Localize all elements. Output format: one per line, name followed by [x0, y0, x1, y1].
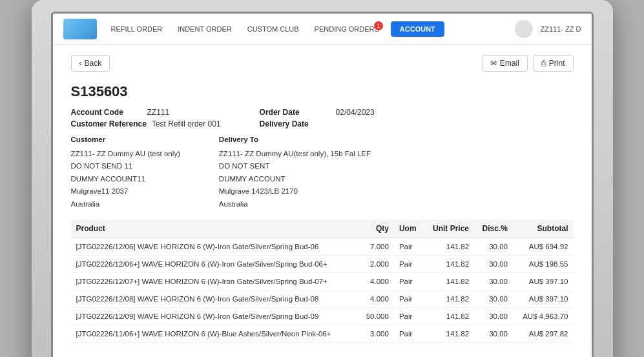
- cell-product: [JTG02226/12/06+] WAVE HORIZON 6 (W)-Iro…: [71, 256, 358, 273]
- nav-account-label: ZZ111- ZZ D: [541, 25, 581, 33]
- col-subtotal: Subtotal: [513, 219, 574, 238]
- cell-product: [JTG02226/12/07+] WAVE HORIZON 6 (W)-Iro…: [71, 273, 358, 291]
- meta-right: Order Date 02/04/2023 Delivery Date: [260, 108, 375, 128]
- nav-custom-club[interactable]: CUSTOM CLUB: [241, 25, 306, 33]
- col-disc: Disc.%: [474, 219, 513, 238]
- cell-qty: 2.000: [358, 256, 393, 273]
- cell-subtotal: AU$ 397.10: [513, 273, 574, 291]
- ship-line4: Mulgrave 1423/LB 2170: [219, 185, 371, 198]
- table-header-row: Product Qty Uom Unit Price Disc.% Subtot…: [71, 219, 574, 238]
- customer-ref-row: Customer Reference Test Refill order 001: [71, 119, 221, 128]
- delivery-date-label: Delivery Date: [260, 119, 331, 128]
- bill-line5: Australia: [71, 198, 180, 211]
- cell-qty: 3.000: [358, 325, 393, 343]
- cell-subtotal: AU$ 397.10: [513, 291, 574, 308]
- customer-section: Customer ZZ111- ZZ Dummy AU (test only) …: [71, 134, 574, 210]
- order-date-label: Order Date: [260, 108, 331, 117]
- laptop-frame: REFILL ORDER INDENT ORDER CUSTOM CLUB PE…: [32, 0, 613, 357]
- cell-qty: 4.000: [358, 291, 393, 308]
- bill-line3: DUMMY ACCOUNT11: [71, 173, 180, 186]
- cell-uom: Pair: [394, 308, 424, 325]
- cell-uom: Pair: [394, 325, 424, 343]
- cell-disc: 30.00: [474, 308, 513, 325]
- shipping-address: Delivery To ZZ111- ZZ Dummy AU(test only…: [219, 134, 371, 210]
- col-product: Product: [71, 219, 358, 238]
- customer-ref-label: Customer Reference: [71, 119, 147, 128]
- cell-unit-price: 141.82: [424, 308, 474, 325]
- table-row: [JTG02226/12/09] WAVE HORIZON 6 (W)-Iron…: [71, 308, 574, 325]
- cell-disc: 30.00: [474, 256, 513, 273]
- nav-account-button[interactable]: ACCOUNT: [391, 21, 444, 37]
- order-id: S135603: [71, 83, 574, 100]
- col-qty: Qty: [358, 219, 393, 238]
- nav-pending-orders[interactable]: PENDING ORDERS 1: [308, 25, 386, 33]
- table-row: [JTG02226/11/06+] WAVE HORIZON 6 (W)-Blu…: [71, 325, 574, 343]
- cell-qty: 7.000: [358, 238, 393, 256]
- customer-label: Customer: [71, 134, 180, 147]
- action-bar: ‹ Back ✉ Email ⎙ Print: [71, 55, 574, 72]
- table-row: [JTG02226/12/06+] WAVE HORIZON 6 (W)-Iro…: [71, 256, 574, 273]
- cell-disc: 30.00: [474, 325, 513, 343]
- cell-subtotal: AU$ 198.55: [513, 256, 574, 273]
- print-button[interactable]: ⎙ Print: [533, 55, 574, 72]
- cell-qty: 4.000: [358, 273, 393, 291]
- top-nav: REFILL ORDER INDENT ORDER CUSTOM CLUB PE…: [53, 14, 592, 45]
- nav-logo: [63, 19, 97, 39]
- cell-qty: 50.000: [358, 308, 393, 325]
- cell-uom: Pair: [394, 273, 424, 291]
- laptop-screen: REFILL ORDER INDENT ORDER CUSTOM CLUB PE…: [51, 12, 594, 357]
- cell-product: [JTG02226/12/06] WAVE HORIZON 6 (W)-Iron…: [71, 238, 358, 256]
- cell-uom: Pair: [394, 238, 424, 256]
- cell-uom: Pair: [394, 291, 424, 308]
- cell-unit-price: 141.82: [424, 238, 474, 256]
- nav-indent-order[interactable]: INDENT ORDER: [171, 25, 238, 33]
- ship-line1: ZZ111- ZZ Dummy AU(test only), 15b Fal L…: [219, 148, 371, 161]
- order-meta: Account Code ZZ111 Customer Reference Te…: [71, 108, 574, 128]
- cell-unit-price: 141.82: [424, 325, 474, 343]
- table-row: [JTG02226/12/08] WAVE HORIZON 6 (W)-Iron…: [71, 291, 574, 308]
- cell-unit-price: 141.82: [424, 256, 474, 273]
- cell-subtotal: AU$ 4,963.70: [513, 308, 574, 325]
- page-content: ‹ Back ✉ Email ⎙ Print S135603: [53, 45, 592, 357]
- order-date-value: 02/04/2023: [336, 108, 375, 117]
- pending-orders-badge: 1: [374, 21, 383, 30]
- email-icon: ✉: [490, 59, 497, 68]
- account-code-label: Account Code: [71, 108, 142, 117]
- cell-unit-price: 141.82: [424, 291, 474, 308]
- cell-subtotal: AU$ 297.82: [513, 325, 574, 343]
- table-row: [JTG02226/12/06] WAVE HORIZON 6 (W)-Iron…: [71, 238, 574, 256]
- action-buttons: ✉ Email ⎙ Print: [482, 55, 574, 72]
- cell-disc: 30.00: [474, 273, 513, 291]
- col-uom: Uom: [394, 219, 424, 238]
- ship-label: Delivery To: [219, 134, 371, 147]
- customer-ref-value: Test Refill order 001: [152, 119, 221, 128]
- cell-product: [JTG02226/11/06+] WAVE HORIZON 6 (W)-Blu…: [71, 325, 358, 343]
- delivery-date-row: Delivery Date: [260, 119, 375, 128]
- nav-refill-order[interactable]: REFILL ORDER: [105, 25, 169, 33]
- nav-avatar: [515, 20, 533, 38]
- cell-disc: 30.00: [474, 291, 513, 308]
- ship-line3: DUMMY ACCOUNT: [219, 173, 371, 186]
- back-label: Back: [85, 59, 102, 68]
- order-date-row: Order Date 02/04/2023: [260, 108, 375, 117]
- email-button[interactable]: ✉ Email: [482, 55, 528, 72]
- meta-left: Account Code ZZ111 Customer Reference Te…: [71, 108, 221, 128]
- bill-line2: DO NOT SEND 11: [71, 160, 180, 173]
- cell-product: [JTG02226/12/09] WAVE HORIZON 6 (W)-Iron…: [71, 308, 358, 325]
- cell-product: [JTG02226/12/08] WAVE HORIZON 6 (W)-Iron…: [71, 291, 358, 308]
- back-button[interactable]: ‹ Back: [71, 55, 110, 72]
- print-icon: ⎙: [541, 59, 546, 68]
- ship-line2: DO NOT SENT: [219, 160, 371, 173]
- account-code-value: ZZ111: [147, 108, 170, 117]
- table-row: [JTG02226/12/07+] WAVE HORIZON 6 (W)-Iro…: [71, 273, 574, 291]
- bill-line4: Mulgrave11 2037: [71, 185, 180, 198]
- chevron-left-icon: ‹: [79, 59, 82, 68]
- order-table: Product Qty Uom Unit Price Disc.% Subtot…: [71, 219, 574, 343]
- bill-line1: ZZ111- ZZ Dummy AU (test only): [71, 148, 180, 161]
- cell-subtotal: AU$ 694.92: [513, 238, 574, 256]
- ship-line5: Australia: [219, 198, 371, 211]
- cell-uom: Pair: [394, 256, 424, 273]
- billing-address: Customer ZZ111- ZZ Dummy AU (test only) …: [71, 134, 180, 210]
- col-unit-price: Unit Price: [424, 219, 474, 238]
- account-code-row: Account Code ZZ111: [71, 108, 221, 117]
